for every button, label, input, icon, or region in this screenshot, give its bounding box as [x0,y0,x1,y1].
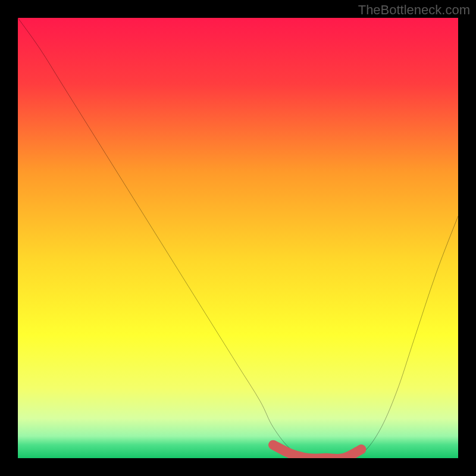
plot-area [18,18,458,458]
minimum-band-dot-left [270,441,277,449]
chart-frame: TheBottleneck.com [0,0,476,476]
curve-layer [18,18,458,458]
minimum-band [273,445,361,458]
minimum-band-dot-right [357,445,366,454]
watermark-text: TheBottleneck.com [358,2,470,18]
bottleneck-curve [18,18,458,458]
